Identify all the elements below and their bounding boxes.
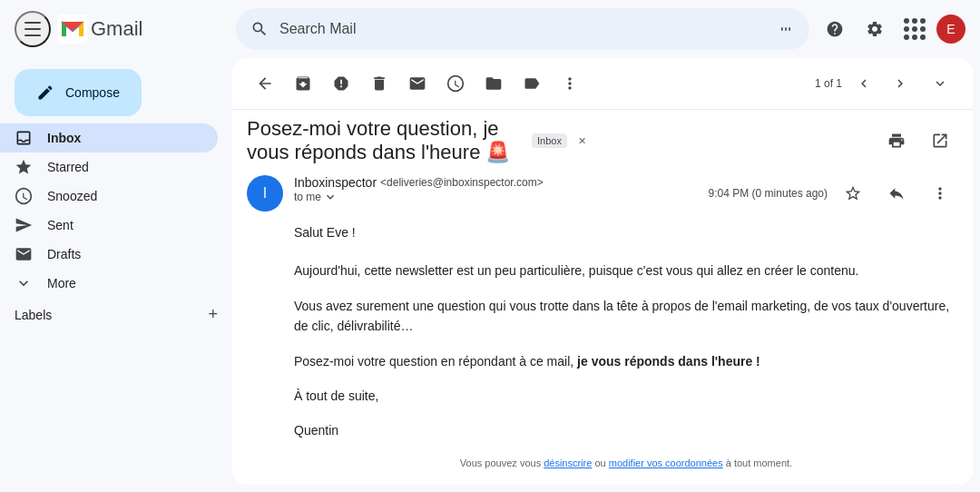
sidebar: Compose Inbox Starred Snoozed Sent Draft… xyxy=(0,58,232,492)
more-actions-button[interactable] xyxy=(552,65,588,102)
menu-button[interactable] xyxy=(15,11,51,47)
topbar-left: Gmail xyxy=(15,11,229,47)
email-sign2: Quentin xyxy=(294,420,958,440)
starred-label: Starred xyxy=(47,160,203,174)
sidebar-item-sent[interactable]: Sent xyxy=(0,211,218,240)
sidebar-item-more[interactable]: More xyxy=(0,269,218,298)
email-sign1: À tout de suite, xyxy=(294,386,958,406)
search-input[interactable] xyxy=(279,21,766,37)
star-email-button[interactable] xyxy=(835,175,871,212)
sidebar-item-inbox[interactable]: Inbox xyxy=(0,123,218,153)
labels-title: Labels xyxy=(15,308,52,322)
report-spam-button[interactable] xyxy=(323,65,359,102)
footer-text-end: à tout moment. xyxy=(723,458,792,468)
labels-button[interactable] xyxy=(514,65,550,102)
avatar[interactable]: E xyxy=(936,15,965,44)
more-icon xyxy=(15,274,33,292)
pagination-info: 1 of 1 xyxy=(815,65,958,102)
email-para3-plain: Posez-moi votre question en répondant à … xyxy=(294,354,577,369)
more-label: More xyxy=(47,276,203,290)
snoozed-label: Snoozed xyxy=(47,189,203,203)
star-icon xyxy=(15,158,33,176)
sender-info: Inboxinspector <deliveries@inboxinspecto… xyxy=(294,175,698,204)
search-options-icon[interactable] xyxy=(777,20,795,38)
drafts-icon xyxy=(15,245,33,263)
labels-section: Labels + xyxy=(0,298,232,331)
inbox-label: Inbox xyxy=(47,131,203,145)
email-greeting: Salut Eve ! xyxy=(294,222,958,242)
email-footer: Vous pouvez vous désinscrire ou modifier… xyxy=(294,456,958,472)
pagination-text: 1 of 1 xyxy=(815,77,842,90)
sender-name: Inboxinspector xyxy=(294,175,377,190)
email-header: I Inboxinspector <deliveries@inboxinspec… xyxy=(232,164,973,222)
add-label-button[interactable]: + xyxy=(208,305,218,324)
drafts-label: Drafts xyxy=(47,247,203,261)
topbar: Gmail E xyxy=(0,0,980,58)
email-subject: Posez-moi votre question, je vous répond… xyxy=(247,117,524,164)
sidebar-item-starred[interactable]: Starred xyxy=(0,153,218,182)
print-button[interactable] xyxy=(878,123,915,159)
main-layout: Compose Inbox Starred Snoozed Sent Draft… xyxy=(0,58,980,492)
delete-button[interactable] xyxy=(361,65,397,102)
snoozed-icon xyxy=(15,187,33,205)
edit-preferences-link[interactable]: modifier vos coordonnées xyxy=(609,458,723,468)
gmail-logo[interactable]: Gmail xyxy=(58,15,142,44)
email-para3: Posez-moi votre question en répondant à … xyxy=(294,351,958,371)
more-email-options-button[interactable] xyxy=(922,175,958,212)
email-toolbar: 1 of 1 xyxy=(232,58,973,110)
reply-quick-button[interactable] xyxy=(878,175,915,212)
footer-text-middle: ou xyxy=(592,458,608,468)
compose-icon xyxy=(36,84,54,102)
search-icon xyxy=(250,20,269,38)
email-content: 1 of 1 Posez-moi votre question, je vous… xyxy=(232,58,973,485)
settings-button[interactable] xyxy=(857,11,893,47)
compose-label: Compose xyxy=(65,85,120,100)
email-para2: Vous avez surement une question qui vous… xyxy=(294,296,958,337)
help-button[interactable] xyxy=(817,11,853,47)
sidebar-item-drafts[interactable]: Drafts xyxy=(0,240,218,269)
google-apps-icon xyxy=(904,18,926,40)
email-para1: Aujourd'hui, cette newsletter est un peu… xyxy=(294,261,958,280)
to-field: to me xyxy=(294,191,321,203)
email-meta: 9:04 PM (0 minutes ago) xyxy=(709,175,958,212)
email-subject-row: Posez-moi votre question, je vous répond… xyxy=(232,110,973,164)
inbox-icon xyxy=(15,129,33,147)
open-in-new-button[interactable] xyxy=(922,123,958,159)
move-to-button[interactable] xyxy=(475,65,512,102)
inbox-badge[interactable]: Inbox xyxy=(532,133,567,148)
snooze-button[interactable] xyxy=(437,65,474,102)
view-options-button[interactable] xyxy=(922,65,958,102)
topbar-right: E xyxy=(817,11,965,47)
sender-avatar: I xyxy=(247,175,283,212)
timestamp: 9:04 PM (0 minutes ago) xyxy=(709,187,828,200)
sidebar-item-snoozed[interactable]: Snoozed xyxy=(0,182,218,211)
email-body: Salut Eve ! Aujourd'hui, cette newslette… xyxy=(232,222,973,485)
search-bar[interactable] xyxy=(236,8,809,50)
back-button[interactable] xyxy=(247,65,283,102)
footer-text-prefix: Vous pouvez vous xyxy=(460,458,544,468)
unsubscribe-link[interactable]: désinscrire xyxy=(544,458,592,468)
remove-badge-button[interactable]: ✕ xyxy=(578,135,586,147)
next-email-button[interactable] xyxy=(882,65,918,102)
expand-recipients-icon[interactable] xyxy=(323,190,338,204)
prev-email-button[interactable] xyxy=(846,65,882,102)
sent-icon xyxy=(15,216,33,234)
archive-button[interactable] xyxy=(285,65,321,102)
email-para3-bold: je vous réponds dans l'heure ! xyxy=(577,354,760,369)
compose-button[interactable]: Compose xyxy=(15,69,142,116)
mark-unread-button[interactable] xyxy=(399,65,436,102)
gmail-logo-text: Gmail xyxy=(91,17,142,41)
google-apps-button[interactable] xyxy=(897,11,933,47)
sent-label: Sent xyxy=(47,218,203,232)
sender-email: <deliveries@inboxinspector.com> xyxy=(380,176,544,189)
